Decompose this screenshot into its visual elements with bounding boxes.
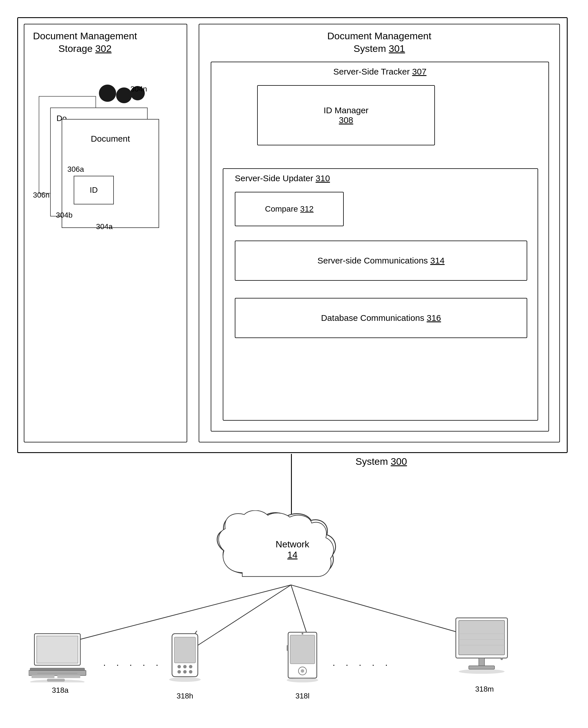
server-comms-box: Server-side Communications 314 [235,241,527,281]
ref-304b: 304b [56,211,72,220]
device-label-318a: 318a [29,686,92,695]
document-stack-area: 304n Do Document ID [33,85,179,257]
svg-rect-14 [174,637,195,663]
outer-system-box: Document Management Storage 302 304n [17,17,568,453]
storage-title: Document Management Storage 302 [33,29,137,55]
svg-line-21 [195,631,198,634]
svg-rect-7 [29,670,86,675]
tracker-title: Server-Side Tracker 307 [333,67,426,77]
device-desktop: 318m [453,617,516,693]
circle-dot-2 [116,87,132,103]
ref-306a: 306a [67,165,84,174]
network-title: Network 14 [275,539,309,560]
svg-point-20 [189,670,192,673]
desktop-icon [453,617,516,682]
network-container: Network 14 [206,511,378,602]
tracker-box: Server-Side Tracker 307 ID Manager 308 S… [211,62,549,432]
compare-title: Compare 312 [265,204,314,214]
svg-point-12 [30,680,85,682]
svg-rect-27 [287,645,288,651]
svg-rect-9 [31,675,55,678]
updater-title: Server-Side Updater 310 [235,173,330,183]
device-label-318l: 318l [284,692,321,701]
document-label: Document [91,134,130,144]
device-pda: 318l [284,631,321,701]
circle-dot-1 [99,85,116,102]
ref-306n: 306n [33,191,49,200]
updater-box: Server-Side Updater 310 Compare 312 Serv… [223,168,538,421]
server-comms-title: Server-side Communications 314 [317,256,445,266]
laptop-icon [29,631,92,682]
dms-title: Document Management System 301 [328,29,432,55]
compare-box: Compare 312 [235,192,344,226]
diagram: Document Management Storage 302 304n [12,12,576,717]
dots-line-right: · · · · · [333,660,392,670]
dots-line-left: · · · · · [103,660,162,670]
ref-304a: 304a [96,222,113,231]
pda-icon [284,631,321,688]
svg-point-17 [189,665,192,668]
vertical-line [291,454,292,517]
svg-point-15 [177,665,181,668]
svg-rect-10 [57,675,80,678]
phone-icon [166,631,204,688]
storage-box: Document Management Storage 302 304n [24,24,187,442]
svg-rect-35 [479,658,484,667]
svg-point-28 [301,633,303,635]
svg-point-37 [501,658,503,660]
svg-rect-24 [290,635,315,664]
device-laptop: 318a [29,631,92,695]
svg-point-29 [287,678,318,682]
svg-rect-5 [37,636,78,663]
svg-rect-6 [30,668,85,670]
ref-304n-label: 304n [130,85,147,93]
id-manager-box: ID Manager 308 [257,85,435,145]
system-label: System 300 [356,456,407,467]
svg-point-22 [169,677,201,682]
svg-point-26 [301,669,304,673]
id-box: ID [74,176,114,204]
device-label-318h: 318h [166,692,204,701]
svg-point-18 [177,670,181,673]
db-comms-title: Database Communications 316 [321,313,441,323]
svg-rect-31 [459,621,505,655]
svg-point-16 [183,665,187,668]
svg-point-38 [459,669,505,674]
dms-box: Document Management System 301 Server-Si… [199,24,560,442]
id-label: ID [90,186,98,195]
svg-rect-36 [469,666,495,669]
db-comms-box: Database Communications 316 [235,298,527,338]
id-manager-title: ID Manager 308 [324,105,369,125]
svg-point-19 [183,670,187,673]
device-phone: 318h [166,631,204,701]
device-label-318m: 318m [453,685,516,693]
